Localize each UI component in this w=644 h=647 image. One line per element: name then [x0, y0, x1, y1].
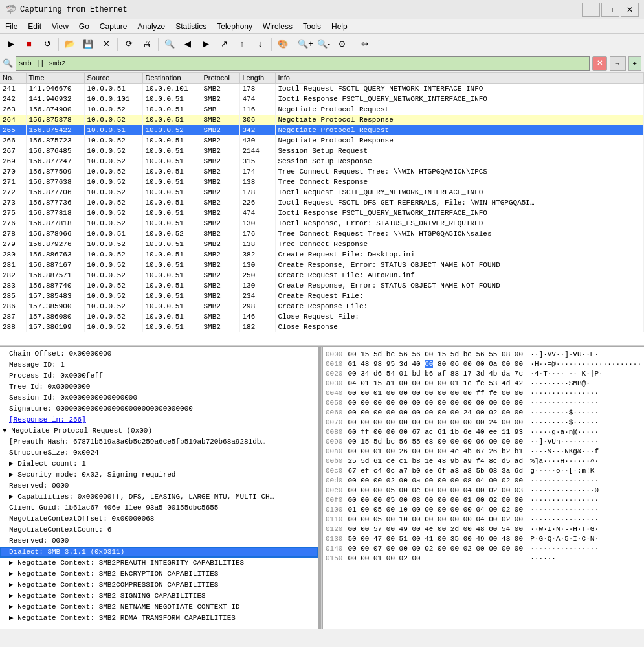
col-no[interactable]: No.	[0, 73, 26, 84]
tb-zoom-out[interactable]: 🔍-	[315, 36, 332, 52]
menu-item-go[interactable]: Go	[74, 21, 94, 32]
hex-bytes[interactable]: 00 00 05 00 10 00 00 00 00 00 04 00 02 0…	[348, 515, 525, 525]
table-row[interactable]: 263156.87490010.0.0.5210.0.0.51SMB116Neg…	[0, 104, 644, 115]
tb-find[interactable]: 🔍	[161, 36, 178, 52]
filter-clear[interactable]: ✕	[592, 56, 607, 71]
hex-bytes[interactable]: 00 15 5d bc 56 55 68 00 00 00 06 00 00 0…	[348, 437, 525, 447]
table-row[interactable]: 276156.87781810.0.0.5210.0.0.51SMB2130Io…	[0, 218, 644, 229]
hex-bytes[interactable]: 01 48 98 95 3d 40 00 80 06 00 00 0a 00 0…	[348, 359, 525, 369]
menu-item-edit[interactable]: Edit	[23, 21, 47, 32]
menu-item-capture[interactable]: Capture	[94, 21, 133, 32]
filter-input[interactable]	[16, 56, 590, 71]
cell-no: 272	[0, 187, 26, 198]
hex-bytes[interactable]: 04 01 15 a1 00 00 00 00 01 1c fe 53 4d 4…	[348, 379, 525, 389]
col-destination[interactable]: Destination	[142, 73, 201, 84]
table-row[interactable]: 280156.88676310.0.0.5210.0.0.51SMB2382Cr…	[0, 249, 644, 260]
table-row[interactable]: 282156.88757110.0.0.5210.0.0.51SMB2250Cr…	[0, 270, 644, 280]
detail-line: [Preauth Hash: 67871b519a8a0b5c259a6ce5f…	[0, 437, 318, 448]
tb-zoom-reset[interactable]: ⊙	[333, 36, 350, 52]
col-source[interactable]: Source	[84, 73, 142, 84]
cell-no: 269	[0, 156, 26, 166]
menu-item-tools[interactable]: Tools	[298, 21, 326, 32]
tb-back[interactable]: ◀	[179, 36, 196, 52]
hex-bytes[interactable]: 00 00 07 00 00 00 02 00 00 02 00 00 00 0…	[348, 544, 525, 554]
filter-add[interactable]: +	[628, 56, 641, 71]
table-row[interactable]: 264156.87537810.0.0.5210.0.0.51SMB2306Ne…	[0, 115, 644, 125]
table-row[interactable]: 285157.38548310.0.0.5210.0.0.51SMB2234Cr…	[0, 291, 644, 301]
hex-bytes[interactable]: 00 00 01 00 02 00	[348, 554, 525, 563]
tb-zoom-in[interactable]: 🔍+	[297, 36, 314, 52]
menu-item-telephony[interactable]: Telephony	[212, 21, 258, 32]
hex-bytes[interactable]: 00 00 01 00 26 00 00 00 4e 4b 67 26 b2 b…	[348, 447, 525, 457]
tb-colorize[interactable]: 🎨	[274, 36, 291, 52]
table-row[interactable]: 286157.38590010.0.0.5210.0.0.51SMB2298Cr…	[0, 301, 644, 312]
menu-item-help[interactable]: Help	[326, 21, 353, 32]
hex-bytes[interactable]: 00 00 00 02 00 0a 00 00 00 08 04 00 02 0…	[348, 476, 525, 486]
maximize-button[interactable]: □	[601, 3, 619, 17]
filter-bar: 🔍 ✕ → +	[0, 54, 644, 73]
tb-prev[interactable]: ↑	[234, 36, 250, 52]
hex-bytes[interactable]: 00 00 00 00 00 00 00 00 00 00 00 24 00 0…	[348, 418, 525, 427]
tb-resize[interactable]: ⇔	[356, 36, 373, 52]
tb-restart[interactable]: ↺	[39, 36, 56, 52]
table-row[interactable]: 273156.87773610.0.0.5210.0.0.51SMB2226Io…	[0, 198, 644, 208]
hex-bytes[interactable]: 00 00 00 00 00 00 00 00 00 00 00 00 00 0…	[348, 398, 525, 408]
table-row[interactable]: 242141.94693210.0.0.10110.0.0.51SMB2474I…	[0, 94, 644, 104]
hex-bytes[interactable]: 25 5d 61 ce c1 b8 1e 48 9b a9 f4 8c d5 a…	[348, 457, 525, 466]
table-row[interactable]: 265156.87542210.0.0.5110.0.0.52SMB2342Ne…	[0, 125, 644, 135]
hex-bytes[interactable]: 00 00 57 00 49 00 4e 00 2d 00 48 00 54 0…	[348, 525, 525, 534]
hex-bytes[interactable]: 00 00 00 05 00 0e 00 00 00 04 00 02 00 0…	[348, 486, 525, 495]
tb-next[interactable]: ↓	[252, 36, 269, 52]
menu-item-statistics[interactable]: Statistics	[170, 21, 212, 32]
cell-src: 10.0.0.52	[84, 270, 142, 280]
table-row[interactable]: 272156.87770610.0.0.5210.0.0.51SMB2178Io…	[0, 187, 644, 198]
hex-bytes[interactable]: 67 ef c4 0c a7 b0 de 6f a3 a8 5b 08 3a 6…	[348, 466, 525, 476]
table-row[interactable]: 271156.87763810.0.0.5210.0.0.51SMB2138Tr…	[0, 177, 644, 187]
hex-bytes[interactable]: 50 00 47 00 51 00 41 00 35 00 49 00 43 0…	[348, 534, 525, 544]
hex-bytes[interactable]: 00 15 5d bc 56 56 00 15 5d bc 56 55 08 0…	[348, 350, 525, 359]
hex-bytes[interactable]: 00 00 00 00 00 00 00 00 00 24 00 02 00 0…	[348, 408, 525, 418]
hex-bytes[interactable]: 00 34 d6 54 01 bd b6 af 88 17 3d 4b da 7…	[348, 369, 525, 379]
tb-reload[interactable]: ⟳	[120, 36, 137, 52]
cell-dst: 10.0.0.101	[142, 84, 201, 94]
table-row[interactable]: 269156.87724710.0.0.5210.0.0.51SMB2315Se…	[0, 156, 644, 166]
tb-goto[interactable]: ↗	[216, 36, 232, 52]
table-row[interactable]: 275156.87781810.0.0.5210.0.0.51SMB2474Io…	[0, 208, 644, 218]
hex-bytes[interactable]: 00 ff 00 00 00 67 ac 61 1b 6e 40 ee 11 9…	[348, 427, 525, 437]
table-row[interactable]: 278156.87896610.0.0.5110.0.0.52SMB2176Tr…	[0, 229, 644, 239]
response-link[interactable]: [Response in: 266]	[9, 416, 86, 424]
table-row[interactable]: 288157.38619910.0.0.5210.0.0.51SMB2182Cl…	[0, 322, 644, 332]
tb-start[interactable]: ▶	[3, 36, 19, 52]
table-row[interactable]: 279156.87927610.0.0.5210.0.0.51SMB2138Tr…	[0, 239, 644, 249]
hex-bytes[interactable]: 00 00 01 00 00 00 00 00 00 00 ff fe 00 0…	[348, 389, 525, 398]
hex-bytes[interactable]: 00 00 00 05 00 08 00 00 00 01 00 02 00 0…	[348, 495, 525, 505]
tb-open[interactable]: 📂	[61, 36, 78, 52]
menu-item-file[interactable]: File	[0, 21, 23, 32]
tb-print[interactable]: 🖨	[139, 36, 155, 52]
title-bar-left: 🦈 Capturing from Ethernet	[5, 4, 128, 15]
menu-item-analyze[interactable]: Analyze	[133, 21, 171, 32]
tb-stop[interactable]: ■	[21, 36, 38, 52]
table-row[interactable]: 283156.88774010.0.0.5210.0.0.51SMB2130Cr…	[0, 280, 644, 291]
col-info[interactable]: Info	[275, 73, 644, 84]
tb-forward[interactable]: ▶	[197, 36, 214, 52]
table-row[interactable]: 270156.87750910.0.0.5210.0.0.51SMB2174Tr…	[0, 166, 644, 177]
table-row[interactable]: 287157.38608010.0.0.5210.0.0.51SMB2146Cl…	[0, 312, 644, 322]
close-button[interactable]: ✕	[621, 3, 639, 17]
menu-item-wireless[interactable]: Wireless	[258, 21, 298, 32]
filter-apply[interactable]: →	[610, 56, 626, 71]
table-row[interactable]: 266156.87572310.0.0.5210.0.0.51SMB2430Ne…	[0, 135, 644, 146]
menu-item-view[interactable]: View	[47, 21, 74, 32]
table-row[interactable]: 267156.87648510.0.0.5210.0.0.51SMB22144S…	[0, 146, 644, 156]
col-length[interactable]: Length	[239, 73, 275, 84]
table-row[interactable]: 241141.94667010.0.0.5110.0.0.101SMB2178I…	[0, 84, 644, 94]
cell-proto: SMB2	[201, 249, 239, 260]
col-protocol[interactable]: Protocol	[201, 73, 239, 84]
minimize-button[interactable]: —	[582, 3, 600, 17]
table-row[interactable]: 281156.88716710.0.0.5210.0.0.51SMB2130Cr…	[0, 260, 644, 270]
tb-save[interactable]: 💾	[80, 36, 96, 52]
detail-line[interactable]: [Response in: 266]	[0, 414, 318, 426]
hex-bytes[interactable]: 01 00 05 00 10 00 00 00 00 00 04 00 02 0…	[348, 505, 525, 515]
col-time[interactable]: Time	[26, 73, 84, 84]
tb-close[interactable]: ✕	[98, 36, 115, 52]
